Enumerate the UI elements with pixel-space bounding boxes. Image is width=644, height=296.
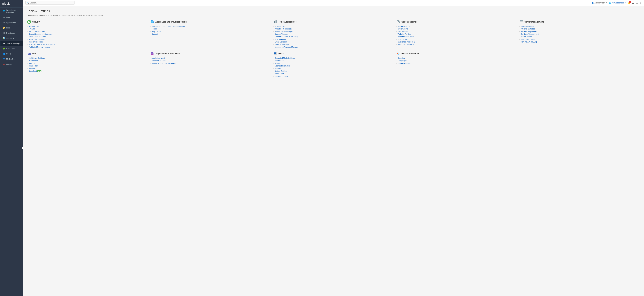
sidebar-item-applications[interactable]: ⊞ Applications [0,20,23,25]
link-ip-access[interactable]: IP Access Restriction Management [28,44,56,46]
link-server-settings[interactable]: Server Settings [398,25,410,27]
link-task-manager[interactable]: Task Manager [274,38,286,40]
section-header-server-management: Server Management [519,20,640,24]
user-menu[interactable]: 👤 Athul Dinesh ▼ [592,2,607,4]
link-system-updates[interactable]: System Updates [520,25,534,27]
svg-rect-24 [274,55,277,55]
link-ssl-tls[interactable]: SSL/TLS Certificates [28,31,45,33]
link-forum[interactable]: Forum [152,28,157,30]
link-system-time[interactable]: System Time [398,28,408,30]
link-notifications[interactable]: Notifications [274,60,284,62]
link-active-plesk-sessions[interactable]: Active Plesk Sessions [28,36,46,38]
link-services-management[interactable]: Services Management [520,33,538,35]
section-plesk-section: Plesk Restricted Mode Settings Notificat… [273,52,394,78]
sidebar-item-laravel[interactable]: 🔺 Laravel [0,62,23,67]
link-item: Action Log [273,62,394,64]
link-performance-booster[interactable]: Performance Booster [398,44,414,46]
webspaces-selector[interactable]: 🌐 All webspaces ▼ [609,2,626,4]
sidebar-item-my-profile[interactable]: 👤 My Profile [0,56,23,62]
link-remote-api[interactable]: Remote API (REST) [520,41,537,43]
link-migration-manager[interactable]: Migration & Transfer Manager [274,46,298,48]
sidebar-item-tools-settings[interactable]: ⚙ Tools & Settings [0,41,23,46]
link-update-settings[interactable]: Update Settings [274,70,287,72]
sidebar-item-extensions[interactable]: 🧩 Extensions [0,46,23,51]
svg-point-19 [522,22,522,22]
link-session-idle-time[interactable]: Session Idle Time [28,41,43,43]
cloud-icon[interactable]: ☁ [632,2,634,4]
link-action-log[interactable]: Action Log [274,62,283,64]
link-item: Customize Plesk URL [396,41,517,43]
link-php-settings[interactable]: PHP Settings [398,38,408,40]
link-item: System Time [396,28,517,30]
link-mail-server-settings[interactable]: Mail Server Settings [28,57,44,59]
link-cookies-plesk[interactable]: Cookies in Plesk [274,75,288,77]
link-mass-email[interactable]: Mass Email Messages [274,31,292,33]
link-mail-queue[interactable]: Mail Queue [28,60,38,62]
link-antivirus[interactable]: Antivirus [28,62,36,64]
link-application-vault[interactable]: Application Vault [152,57,165,59]
link-item: Services Management [519,33,640,35]
notifications-icon[interactable]: 🔔 1 [628,2,630,4]
stats-icon: 📊 [3,37,5,39]
section-assistance: Assistance and Troubleshooting Webserver… [150,20,271,49]
link-webserver-troubleshooter[interactable]: Webserver Configurations Troubleshooter [152,25,185,27]
link-dns-settings[interactable]: DNS Settings [398,31,408,33]
link-virtual-host[interactable]: Virtual Host Template [274,28,292,30]
sidebar-item-websites-domains[interactable]: 🌐 Websites & Domains [0,8,23,15]
svg-point-26 [397,53,398,54]
section-icon-plesk-section [273,52,277,56]
link-item: Branding [396,57,517,59]
sidebar-item-files[interactable]: 📁 Files [0,25,23,30]
link-help-center[interactable]: Help Center [152,31,161,33]
link-about-plesk[interactable]: About Plesk [274,73,284,75]
link-backup-manager[interactable]: Backup Manager [274,33,288,35]
link-apache-web-server[interactable]: Apache Web Server [398,36,414,38]
link-item: Apache Web Server [396,36,517,38]
svg-rect-20 [28,53,31,55]
section-title-assistance: Assistance and Troubleshooting [155,21,186,23]
link-diskspace-usage[interactable]: Diskspace Usage [274,44,288,46]
link-info-statistics[interactable]: Info and Statistics [520,28,535,30]
moon-icon[interactable]: ☾ [640,2,642,4]
link-website-preview[interactable]: Website Preview [398,33,411,35]
link-event-manager[interactable]: Event Manager [274,41,287,43]
link-shutdown-server[interactable]: Shut Down Server [520,38,535,40]
link-item: Active Plesk Sessions [27,36,148,38]
link-support[interactable]: Support [152,33,158,35]
sidebar-item-mail[interactable]: ✉ Mail [0,15,23,20]
link-ip-addresses[interactable]: IP Addresses [274,25,285,27]
link-item: License Information [273,65,394,67]
link-updates[interactable]: Updates [274,68,281,70]
sidebar-item-label: Users [6,53,11,55]
link-prohibited-domains[interactable]: Prohibited Domain Names [28,46,50,48]
link-active-ftp-sessions[interactable]: Active FTP Sessions [28,38,45,40]
link-branding[interactable]: Branding [398,57,405,59]
sidebar-item-databases[interactable]: 🗄 Databases [0,30,23,36]
link-license-info[interactable]: License Information [274,65,290,67]
sidebar-item-statistics[interactable]: 📊 Statistics [0,36,23,41]
svg-point-2 [151,21,152,22]
section-title-security: Security [32,21,40,23]
link-item: Support [150,33,271,35]
link-smarthost[interactable]: SmarthostNEW [28,70,42,72]
search-input[interactable] [30,2,73,4]
link-spam-filter[interactable]: Spam Filter [28,65,38,67]
help-icon[interactable]: ⓘ [636,2,638,4]
link-item: SSL/TLS Certificates [27,31,148,33]
link-webmail[interactable]: Webmail [28,68,36,70]
link-restart-server[interactable]: Restart Server [520,36,532,38]
link-restrict-subzones[interactable]: Restrict Creation of Subzones [28,33,52,35]
link-database-servers[interactable]: Database Servers [152,60,166,62]
link-cron-jobs[interactable]: Scheduled Tasks (Cron jobs) [274,36,298,38]
sidebar-collapse-button[interactable]: ‹ [22,147,23,149]
link-languages[interactable]: Languages [398,60,406,62]
link-firewall[interactable]: Firewall [28,28,35,30]
link-custom-buttons[interactable]: Custom Buttons [398,62,410,64]
link-server-components[interactable]: Server Components [520,31,536,33]
link-restricted-mode[interactable]: Restricted Mode Settings [274,57,295,59]
link-security-policy[interactable]: Security Policy [28,25,40,27]
link-customize-plesk-url[interactable]: Customize Plesk URL [398,41,415,43]
link-db-hosting-prefs[interactable]: Database Hosting Preferences [152,62,176,64]
sidebar-item-users[interactable]: 👥 Users [0,51,23,56]
link-item: Webserver Configurations Troubleshooter [150,25,271,27]
